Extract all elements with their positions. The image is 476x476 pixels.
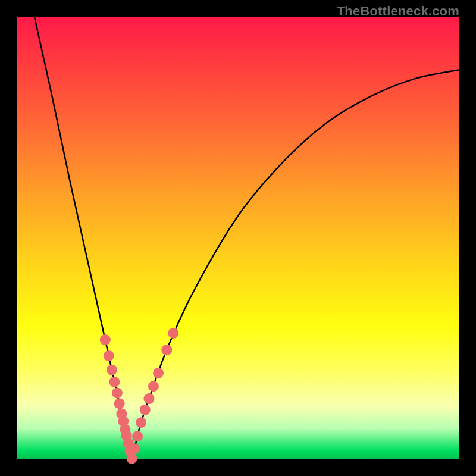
curve-marker	[107, 365, 117, 375]
curve-marker	[109, 377, 120, 387]
curve-marker	[112, 387, 123, 398]
curve-marker	[143, 393, 154, 404]
curve-marker	[132, 431, 143, 441]
bottleneck-curve	[35, 17, 459, 459]
curve-marker	[148, 381, 159, 392]
curve-marker	[100, 334, 111, 345]
curve-marker	[153, 368, 164, 378]
curve-marker	[168, 328, 178, 339]
curve-marker	[161, 345, 172, 355]
curve-marker	[104, 350, 114, 361]
curve-marker	[140, 405, 151, 415]
curve-marker	[126, 453, 137, 464]
curve-marker	[129, 443, 140, 454]
curve-markers	[100, 328, 179, 464]
chart-svg	[17, 17, 459, 459]
chart-plot-area	[17, 17, 459, 459]
curve-marker	[114, 398, 125, 409]
curve-marker	[136, 417, 146, 428]
